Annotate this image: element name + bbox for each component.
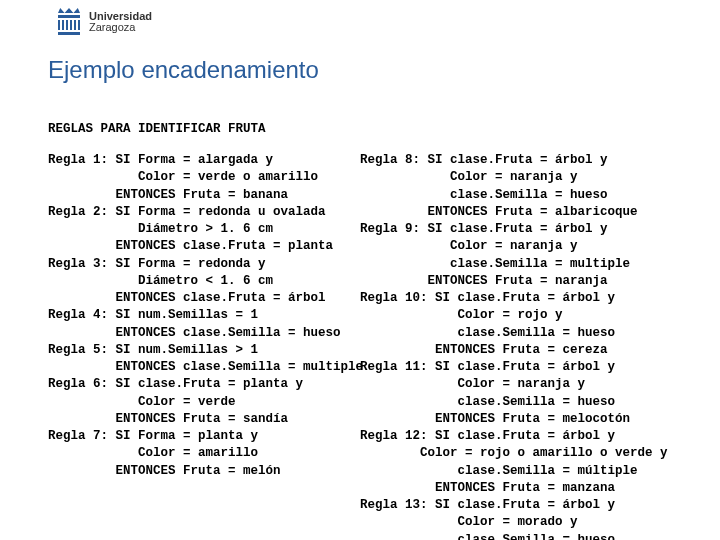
rules-heading: REGLAS PARA IDENTIFICAR FRUTA (48, 122, 266, 136)
logo-text: Universidad Zaragoza (89, 11, 152, 33)
university-logo: Universidad Zaragoza (55, 8, 152, 36)
slide-title: Ejemplo encadenamiento (48, 56, 319, 84)
logo-icon (55, 8, 83, 36)
rules-left-column: Regla 1: SI Forma = alargada y Color = v… (48, 152, 378, 480)
rules-right-column: Regla 8: SI clase.Fruta = árbol y Color … (360, 152, 710, 540)
logo-line2: Zaragoza (89, 22, 152, 33)
